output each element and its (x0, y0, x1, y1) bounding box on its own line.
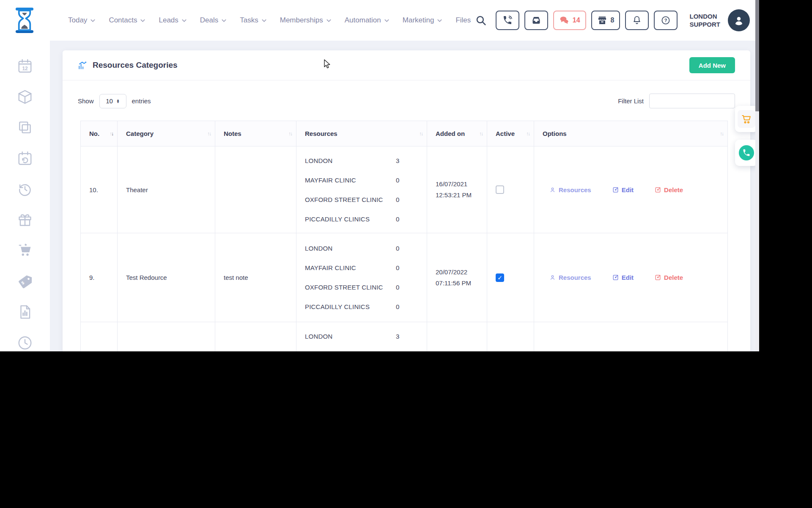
nav-item-today[interactable]: Today (68, 16, 95, 25)
nav-item-deals[interactable]: Deals (200, 16, 226, 25)
help-button[interactable]: ? (654, 11, 678, 30)
nav-item-label: Marketing (403, 16, 434, 25)
column-header-notes[interactable]: Notes↑↓ (215, 121, 296, 146)
notifications-button[interactable] (625, 11, 649, 30)
calendar-sync-icon[interactable] (16, 150, 33, 167)
resources-link[interactable]: Resources (549, 186, 591, 193)
inbox-button[interactable] (524, 11, 548, 30)
column-header-no-[interactable]: No.↑↓ (81, 121, 118, 146)
resource-count: 0 (396, 177, 399, 184)
nav-item-label: Leads (159, 16, 178, 25)
column-header-category[interactable]: Category↑↓ (118, 121, 215, 146)
cell-resources: LONDON3 (296, 322, 427, 352)
nav-item-label: Contacts (109, 16, 137, 25)
active-checkbox[interactable] (496, 185, 504, 194)
cell-category: Theater (118, 146, 215, 233)
sort-arrows-icon: ↑↓ (720, 131, 723, 137)
sort-arrows-icon: ↑↓ (526, 131, 529, 137)
report-icon[interactable] (16, 304, 33, 321)
help-icon: ? (661, 15, 671, 25)
cell-resources: LONDON3MAYFAIR CLINIC0OXFORD STREET CLIN… (296, 146, 427, 233)
cell-number (81, 322, 118, 352)
main-nav: TodayContactsLeadsDealsTasksMembershipsA… (68, 16, 471, 25)
cart-icon (741, 113, 752, 125)
bell-icon (632, 15, 642, 25)
nav-item-marketing[interactable]: Marketing (403, 16, 442, 25)
resources-categories-card: Resources Categories Add New Show 10 ▲▼ … (63, 50, 750, 351)
page-size-select[interactable]: 10 ▲▼ (99, 94, 126, 108)
active-checkbox[interactable]: ✓ (496, 273, 504, 282)
svg-text:?: ? (664, 18, 667, 23)
chevron-down-icon (91, 19, 95, 22)
cell-added-on (427, 322, 487, 352)
scrollbar-thumb[interactable] (755, 0, 759, 111)
phone-icon (502, 15, 513, 25)
cell-notes: test note (215, 233, 296, 322)
column-header-options[interactable]: Options↑↓ (534, 121, 728, 146)
sort-arrows-icon: ↑↓ (207, 131, 211, 137)
column-label: Added on (436, 130, 465, 137)
table-row: LONDON3 (81, 322, 728, 352)
edit-link[interactable]: Edit (612, 274, 634, 281)
clock-icon[interactable] (16, 334, 33, 351)
phone-button[interactable] (496, 11, 519, 30)
chevron-down-icon (262, 19, 266, 22)
user-icon (732, 14, 745, 27)
body-wrap: 12$ Resources Categories Add New (0, 41, 759, 351)
column-header-added-on[interactable]: Added on↑↓ (427, 121, 487, 146)
add-new-button[interactable]: Add New (689, 57, 735, 73)
filter-input[interactable] (649, 94, 735, 108)
cart-icon[interactable] (16, 242, 33, 259)
edit-link-label: Edit (622, 186, 634, 193)
chat-button[interactable]: 14 (553, 11, 586, 30)
resources-link[interactable]: Resources (549, 274, 591, 281)
svg-text:12: 12 (22, 65, 28, 71)
history-icon[interactable] (16, 181, 33, 198)
nav-item-leads[interactable]: Leads (159, 16, 186, 25)
nav-item-tasks[interactable]: Tasks (240, 16, 266, 25)
chat-icon (559, 15, 569, 25)
scrollbar[interactable] (755, 0, 759, 351)
column-header-resources[interactable]: Resources↑↓ (296, 121, 427, 146)
resource-name: PICCADILLY CLINICS (305, 215, 396, 223)
search-icon[interactable] (475, 15, 486, 26)
nav-item-label: Memberships (280, 16, 323, 25)
cell-number: 9. (81, 233, 118, 322)
gift-icon[interactable] (16, 212, 33, 229)
resource-line: MAYFAIR CLINIC0 (305, 170, 415, 190)
nav-item-automation[interactable]: Automation (345, 16, 389, 25)
spinner-arrows-icon: ▲▼ (116, 99, 120, 103)
tag-icon[interactable]: $ (16, 273, 33, 290)
chevron-down-icon (140, 19, 145, 22)
floating-phone-button[interactable] (735, 140, 758, 166)
entries-label: entries (132, 97, 151, 105)
resource-line: OXFORD STREET CLINIC0 (305, 278, 415, 297)
column-label: Notes (224, 130, 241, 137)
options-links: ResourcesEditDelete (549, 274, 727, 281)
cell-resources: LONDON0MAYFAIR CLINIC0OXFORD STREET CLIN… (296, 233, 427, 322)
resource-line: MAYFAIR CLINIC0 (305, 258, 415, 278)
store-button[interactable]: 8 (591, 11, 620, 30)
floating-cart-button[interactable] (735, 106, 758, 132)
nav-item-label: Files (455, 16, 471, 25)
table-row: 9.Test Redourcetest noteLONDON0MAYFAIR C… (81, 233, 728, 322)
column-header-active[interactable]: Active↑↓ (487, 121, 534, 146)
edit-link[interactable]: Edit (612, 186, 634, 193)
sort-arrows-icon: ↑↓ (288, 131, 292, 137)
logo-hourglass-icon[interactable] (13, 7, 36, 34)
calendar-icon[interactable]: 12 (16, 58, 33, 75)
nav-item-files[interactable]: Files (455, 16, 471, 25)
resource-name: LONDON (305, 245, 396, 252)
nav-item-memberships[interactable]: Memberships (280, 16, 331, 25)
cell-notes (215, 146, 296, 233)
package-icon[interactable] (16, 88, 33, 105)
delete-link[interactable]: Delete (655, 274, 683, 281)
chat-count-badge: 14 (573, 17, 580, 24)
nav-item-contacts[interactable]: Contacts (109, 16, 145, 25)
chevron-down-icon (437, 19, 442, 22)
copy-icon[interactable] (16, 119, 33, 136)
resource-count: 0 (396, 284, 399, 291)
resource-count: 0 (396, 264, 399, 271)
delete-link[interactable]: Delete (655, 186, 683, 193)
avatar[interactable] (728, 9, 750, 31)
